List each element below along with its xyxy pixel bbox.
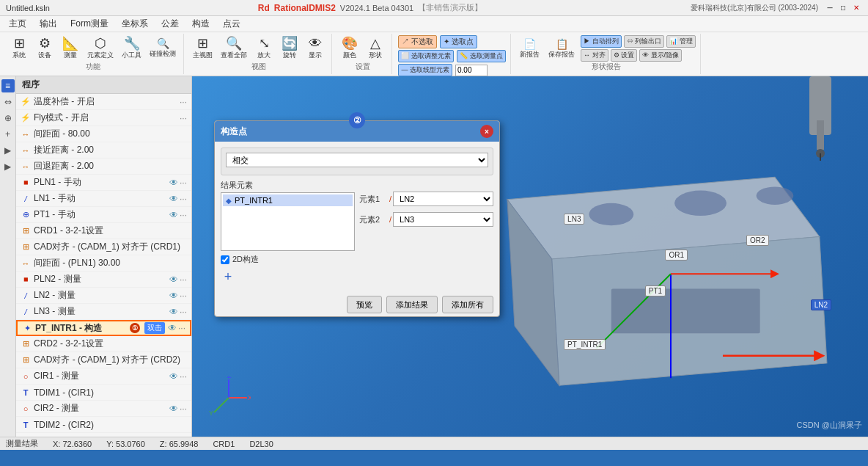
close-btn[interactable]: ✕ xyxy=(850,2,862,14)
ribbon-btn-measure[interactable]: 📐测量 xyxy=(59,35,82,62)
ribbon-btn-color[interactable]: 🎨颜色 xyxy=(338,35,361,62)
sidebar-item-4[interactable]: ↔ 接近距离 - 2.00 xyxy=(16,142,191,159)
dots-icon-2[interactable]: ··· xyxy=(180,113,187,123)
eye-icon-pln2[interactable]: 👁 xyxy=(169,274,178,285)
menu-item-pointcloud[interactable]: 点云 xyxy=(217,16,246,32)
dots-icon-ptintr1[interactable]: ··· xyxy=(178,323,185,333)
side-icon-add[interactable]: + xyxy=(1,128,15,141)
menu-item-home[interactable]: 主页 xyxy=(3,16,32,32)
sidebar-item-2[interactable]: ⚡ Fly模式 - 开启 ··· xyxy=(16,110,191,126)
dots-icon-ln3[interactable]: ··· xyxy=(180,307,187,317)
dialog-type-select[interactable]: 相交 xyxy=(226,153,488,167)
ribbon-btn-rotate[interactable]: 🔄旋转 xyxy=(278,35,301,62)
side-icon-play2[interactable]: ▶ xyxy=(1,160,15,173)
dialog-element1-select[interactable]: LN2 LN3 xyxy=(393,192,493,206)
dialog-add-point-btn[interactable]: + xyxy=(221,269,235,284)
sidebar-item-pln1[interactable]: ◼ PLN1 - 手动 👁 ··· xyxy=(16,175,191,191)
checkbox-2d[interactable] xyxy=(221,255,229,264)
add-result-btn[interactable]: 添加结果 xyxy=(386,296,438,313)
sidebar-item-ln3[interactable]: / LN3 - 测量 👁 ··· xyxy=(16,304,191,320)
dots-icon-pt1[interactable]: ··· xyxy=(180,210,187,220)
side-icon-play1[interactable]: ▶ xyxy=(1,144,15,157)
eye-icon-ln2[interactable]: 👁 xyxy=(169,291,178,301)
sidebar-item-cadalign1[interactable]: ⊞ CAD对齐 - (CADM_1) 对齐于 (CRD1) xyxy=(16,239,191,255)
sidebar-item-cir1[interactable]: ○ CIR1 - 测量 👁 ··· xyxy=(16,368,191,385)
dots-icon-pln2[interactable]: ··· xyxy=(180,274,187,285)
eye-icon-ln1[interactable]: 👁 xyxy=(169,194,178,204)
ribbon-btn-show-hide[interactable]: 👁 显示/隐像 xyxy=(639,49,682,62)
ribbon-btn-align[interactable]: ↔ 对齐 xyxy=(581,49,608,62)
dialog-list-item-1[interactable]: ◆ PT_INTR1 xyxy=(223,194,353,206)
dialog-middle: 结果元素 ◆ PT_INTR1 元素1 / xyxy=(221,180,493,251)
dialog-element2-select[interactable]: LN3 LN2 xyxy=(393,212,493,227)
sidebar-item-gap[interactable]: ↔ 间距面 - (PLN1) 30.00 xyxy=(16,255,191,272)
sidebar-item-ptintr1[interactable]: ✦ PT_INTR1 - 构造 ① 双击 👁 ··· xyxy=(16,320,191,336)
ribbon-btn-save-report[interactable]: 📋保存报告 xyxy=(545,37,578,61)
eye-icon-cir1[interactable]: 👁 xyxy=(169,371,178,382)
ribbon-btn-shape[interactable]: △形状 xyxy=(364,35,387,62)
dots-icon-cir2[interactable]: ··· xyxy=(180,404,187,414)
eye-icon-ptintr1[interactable]: 👁 xyxy=(168,323,177,333)
ribbon-btn-display[interactable]: 👁显示 xyxy=(304,35,327,62)
side-icon-exchange[interactable]: ⇔ xyxy=(1,95,15,109)
sidebar-item-1[interactable]: ⚡ 温度补偿 - 开启 ··· xyxy=(16,94,191,110)
menu-item-output[interactable]: 输出 xyxy=(34,16,63,32)
dialog-results-list[interactable]: ◆ PT_INTR1 xyxy=(221,192,355,251)
ribbon-btn-system[interactable]: ⊞系统 xyxy=(7,35,31,62)
eye-icon-cir2[interactable]: 👁 xyxy=(169,404,178,414)
sidebar-item-ln1[interactable]: / LN1 - 手动 👁 ··· xyxy=(16,191,191,207)
dots-icon-ln2[interactable]: ··· xyxy=(180,291,187,301)
ribbon-btn-report-settings[interactable]: ⚙ 设置 xyxy=(611,49,638,62)
minimize-btn[interactable]: ─ xyxy=(824,2,836,14)
dots-icon-pln1[interactable]: ··· xyxy=(180,178,187,188)
menu-item-tolerance[interactable]: 公差 xyxy=(155,16,185,32)
ribbon-btn-zoom[interactable]: ⤡放大 xyxy=(252,35,276,62)
side-icon-menu[interactable]: ≡ xyxy=(1,79,15,92)
ribbon-group-function-content: ⊞系统 ⚙设备 📐测量 ⬡元素定义 🔧小工具 🔍碰撞检测 xyxy=(7,35,179,62)
eye-icon-pln1[interactable]: 👁 xyxy=(169,178,178,188)
ribbon-btn-new-report[interactable]: 📄新报告 xyxy=(517,37,542,61)
dialog-close-btn[interactable]: × xyxy=(480,125,493,138)
ribbon-btn-device[interactable]: ⚙设备 xyxy=(33,35,56,62)
sidebar-item-pln2[interactable]: ◼ PLN2 - 测量 👁 ··· xyxy=(16,272,191,288)
sidebar-item-cir2[interactable]: ○ CIR2 - 测量 👁 ··· xyxy=(16,401,191,417)
preview-btn[interactable]: 预览 xyxy=(347,296,382,313)
ribbon-btn-select-adjust[interactable]: ⬜ 选取调整元素 xyxy=(398,50,454,62)
dots-icon-cir1[interactable]: ··· xyxy=(180,371,187,382)
select-value-input[interactable] xyxy=(455,65,488,76)
ribbon-btn-deselect[interactable]: ↗ 不选取 xyxy=(398,35,437,48)
sidebar-item-3[interactable]: ↔ 间距面 - 80.00 xyxy=(16,126,191,142)
sidebar-item-pt1[interactable]: ⊕ PT1 - 手动 👁 ··· xyxy=(16,207,191,223)
maximize-btn[interactable]: □ xyxy=(837,2,849,14)
menu-item-construct[interactable]: 构造 xyxy=(186,16,216,32)
dots-icon-ln1[interactable]: ··· xyxy=(180,194,187,204)
ribbon-btn-manage[interactable]: 📊 管理 xyxy=(666,35,696,48)
sidebar-item-crd1[interactable]: ⊞ CRD1 - 3-2-1设置 xyxy=(16,223,191,239)
ribbon-btn-select-measpoint[interactable]: 📏 选取测量点 xyxy=(457,50,506,62)
eye-icon-pt1[interactable]: 👁 xyxy=(169,210,178,220)
menu-item-form[interactable]: Form测量 xyxy=(65,16,114,32)
ribbon-btn-element[interactable]: ⬡元素定义 xyxy=(84,35,117,62)
item-actions-cir1: 👁 ··· xyxy=(169,371,187,382)
side-icon-plus-circle[interactable]: ⊕ xyxy=(1,112,15,125)
sidebar-item-ln2[interactable]: / LN2 - 测量 👁 ··· xyxy=(16,288,191,304)
add-all-btn[interactable]: 添加所有 xyxy=(442,296,493,313)
sidebar-item-tdim2[interactable]: T TDIM2 - (CIR2) xyxy=(16,417,191,433)
ribbon-btn-mainview[interactable]: ⊞主视图 xyxy=(190,35,216,62)
element2-label: 元素2 xyxy=(359,214,385,225)
viewport[interactable]: LN3 OR1 OR2 PT1 LN2 PT_INTR1 X Z Y CSDN … xyxy=(192,76,868,437)
ribbon-btn-collision[interactable]: 🔍碰撞检测 xyxy=(147,37,179,60)
eye-icon-ln3[interactable]: 👁 xyxy=(169,307,178,317)
dots-icon-1[interactable]: ··· xyxy=(180,97,187,107)
menu-item-coord[interactable]: 坐标系 xyxy=(116,16,154,32)
ribbon-btn-tools[interactable]: 🔧小工具 xyxy=(119,35,144,62)
ribbon-btn-coloutput[interactable]: ⇔ 列输出口 xyxy=(624,35,665,48)
ribbon-btn-autolayout[interactable]: ▶ 自动排列 xyxy=(581,35,622,48)
sidebar-item-5[interactable]: ↔ 回退距离 - 2.00 xyxy=(16,159,191,175)
sidebar-item-tdim1[interactable]: T TDIM1 - (CIR1) xyxy=(16,385,191,401)
ribbon-btn-viewall[interactable]: 🔍查看全部 xyxy=(218,35,250,62)
sidebar-item-crd2[interactable]: ⊞ CRD2 - 3-2-1设置 xyxy=(16,336,191,352)
sidebar-item-cadalign2[interactable]: ⊞ CAD对齐 - (CADM_1) 对齐于 (CRD2) xyxy=(16,352,191,368)
ribbon-btn-selectpoint[interactable]: ✦ 选取点 xyxy=(440,35,477,48)
ribbon-btn-select-line[interactable]: — 选取线型元素 xyxy=(398,64,452,76)
